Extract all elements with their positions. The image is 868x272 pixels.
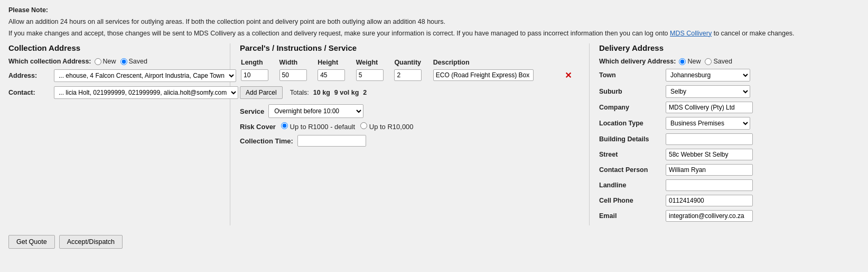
collection-saved-radio-label[interactable]: Saved xyxy=(120,58,147,65)
street-input[interactable] xyxy=(666,149,753,160)
collection-title: Collection Address xyxy=(8,43,220,52)
mds-collivery-link[interactable]: MDS Collivery xyxy=(670,30,712,37)
cell-phone-label: Cell Phone xyxy=(599,197,662,204)
parcels-title: Parcel's / Instructions / Service xyxy=(240,43,580,52)
risk-r10000-radio[interactable] xyxy=(360,122,367,129)
collection-time-row: Collection Time: xyxy=(240,135,580,147)
col-description: Description xyxy=(432,58,562,68)
risk-r1000-label[interactable]: Up to R1000 - default xyxy=(281,122,355,131)
footer-buttons: Get Quote Accept/Dispatch xyxy=(8,235,860,249)
parcel-table-header: Length Width Height Weight Quantity Desc… xyxy=(240,58,580,68)
street-label: Street xyxy=(599,151,662,158)
delivery-landline-row: Landline xyxy=(599,179,802,191)
collection-new-radio[interactable] xyxy=(95,58,101,65)
collection-address-section: Collection Address Which collection Addr… xyxy=(8,43,230,225)
delivery-street-row: Street xyxy=(599,149,802,160)
delivery-new-label: New xyxy=(687,58,701,65)
accept-dispatch-button[interactable]: Accept/Dispatch xyxy=(59,235,123,249)
cell-phone-input[interactable] xyxy=(666,195,753,206)
risk-cover-label: Risk Cover xyxy=(240,123,276,131)
contact-person-input[interactable] xyxy=(666,164,753,176)
risk-r1000-text: Up to R1000 - default xyxy=(290,123,356,131)
email-input[interactable] xyxy=(666,210,753,222)
delivery-address-type-row: Which delivery Address: New Saved xyxy=(599,58,802,65)
collection-new-radio-label[interactable]: New xyxy=(95,58,116,65)
parcel-description-cell xyxy=(432,68,562,82)
risk-r10000-text: Up to R10,000 xyxy=(369,123,414,131)
suburb-select[interactable]: Selby xyxy=(666,85,750,98)
please-note-title: Please Note: xyxy=(8,6,48,14)
delivery-address-section: Delivery Address Which delivery Address:… xyxy=(590,43,811,225)
please-note-section: Please Note: Allow an addition 24 hours … xyxy=(8,5,860,38)
col-quantity: Quantity xyxy=(393,58,432,68)
note-line2: If you make changes and accept, those ch… xyxy=(8,29,860,39)
collection-new-label: New xyxy=(103,58,116,65)
building-input[interactable] xyxy=(666,133,753,145)
delivery-town-row: Town Johannesburg xyxy=(599,69,802,81)
delivery-email-row: Email xyxy=(599,210,802,222)
risk-r1000-radio[interactable] xyxy=(281,122,288,129)
delivery-new-radio[interactable] xyxy=(679,58,686,65)
add-parcel-button[interactable]: Add Parcel xyxy=(240,86,283,99)
parcel-width-cell xyxy=(278,68,317,82)
total-kg: 10 kg xyxy=(313,89,330,96)
delivery-title: Delivery Address xyxy=(599,43,802,52)
address-label: Address: xyxy=(8,72,51,79)
landline-input[interactable] xyxy=(666,179,753,191)
collection-contact-row: Contact: ... licia Holt, 021999999, 0219… xyxy=(8,86,220,99)
delivery-new-radio-label[interactable]: New xyxy=(679,58,701,65)
address-select[interactable]: ... ehouse, 4 Falcon Crescent, Airport I… xyxy=(54,69,236,82)
collection-time-input[interactable] xyxy=(297,135,366,147)
col-height: Height xyxy=(316,58,355,68)
collection-address-row: Address: ... ehouse, 4 Falcon Crescent, … xyxy=(8,69,220,82)
parcel-weight-input[interactable] xyxy=(356,69,384,81)
get-quote-button[interactable]: Get Quote xyxy=(8,235,55,249)
company-label: Company xyxy=(599,104,662,111)
parcel-description-input[interactable] xyxy=(433,69,534,81)
collection-saved-label: Saved xyxy=(129,58,147,65)
main-sections: Collection Address Which collection Addr… xyxy=(8,43,860,225)
collection-radio-group: New Saved xyxy=(95,58,147,65)
parcel-weight-cell xyxy=(355,68,394,82)
col-weight: Weight xyxy=(355,58,394,68)
company-input[interactable] xyxy=(666,102,753,113)
town-select[interactable]: Johannesburg xyxy=(666,69,750,81)
parcel-table: Length Width Height Weight Quantity Desc… xyxy=(240,58,580,82)
delivery-suburb-row: Suburb Selby xyxy=(599,85,802,98)
parcel-delete-button[interactable]: ✕ xyxy=(563,71,574,80)
parcel-length-input[interactable] xyxy=(241,69,268,81)
building-label: Building Details xyxy=(599,135,662,143)
service-label: Service xyxy=(240,107,264,115)
collection-time-label: Collection Time: xyxy=(240,137,293,145)
risk-r10000-label[interactable]: Up to R10,000 xyxy=(360,122,413,131)
parcel-height-input[interactable] xyxy=(318,69,345,81)
parcel-quantity-input[interactable] xyxy=(394,69,422,81)
town-label: Town xyxy=(599,71,662,79)
col-delete xyxy=(562,58,580,68)
which-delivery-label: Which delivery Address: xyxy=(599,58,676,65)
delivery-saved-label: Saved xyxy=(713,58,732,65)
col-length: Length xyxy=(240,58,278,68)
parcel-length-cell xyxy=(240,68,278,82)
service-select[interactable]: Overnight before 10:00 Overnight Economy xyxy=(268,104,363,118)
collection-saved-radio[interactable] xyxy=(120,58,127,65)
location-type-select[interactable]: Business Premises xyxy=(666,117,750,130)
delivery-saved-radio-label[interactable]: Saved xyxy=(705,58,732,65)
note-line2-post: to cancel or make changes. xyxy=(712,30,794,37)
contact-select[interactable]: ... licia Holt, 021999999, 021999999, al… xyxy=(54,86,238,99)
col-width: Width xyxy=(278,58,317,68)
total-vol-kg: 9 vol kg xyxy=(334,89,359,96)
parcel-width-input[interactable] xyxy=(279,69,307,81)
delivery-radio-group: New Saved xyxy=(679,58,732,65)
delivery-cell-row: Cell Phone xyxy=(599,195,802,206)
note-line2-pre: If you make changes and accept, those ch… xyxy=(8,30,670,37)
address-select-wrapper: ... ehouse, 4 Falcon Crescent, Airport I… xyxy=(54,69,236,82)
parcel-quantity-cell xyxy=(393,68,432,82)
risk-cover-row: Risk Cover Up to R1000 - default Up to R… xyxy=(240,122,580,131)
delivery-saved-radio[interactable] xyxy=(705,58,712,65)
contact-person-label: Contact Person xyxy=(599,166,662,174)
collection-address-type-row: Which collection Address: New Saved xyxy=(8,58,220,65)
landline-label: Landline xyxy=(599,182,662,189)
suburb-label: Suburb xyxy=(599,88,662,95)
email-label: Email xyxy=(599,212,662,220)
